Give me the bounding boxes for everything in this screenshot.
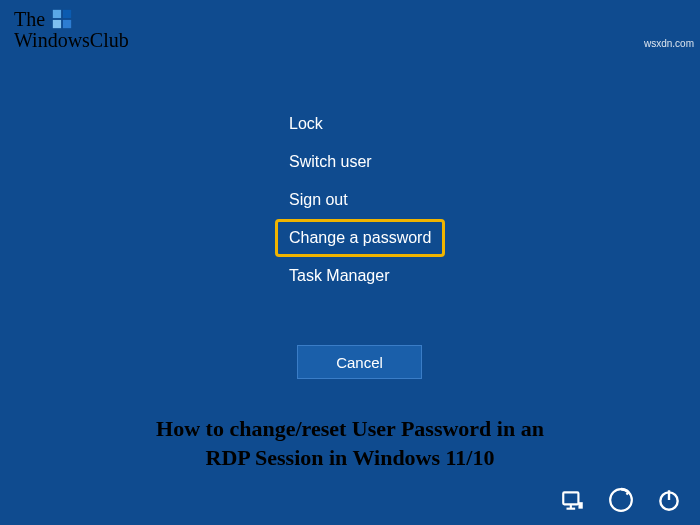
power-icon[interactable] — [656, 487, 682, 513]
logo-text-the: The — [14, 9, 45, 29]
logo-text-windowsclub: WindowsClub — [14, 30, 129, 50]
caption-line-1: How to change/reset User Password in an — [0, 415, 700, 444]
cancel-button[interactable]: Cancel — [297, 345, 422, 379]
menu-item-change-password[interactable]: Change a password — [275, 219, 445, 257]
article-caption: How to change/reset User Password in an … — [0, 415, 700, 472]
menu-item-switch-user[interactable]: Switch user — [275, 143, 445, 181]
svg-rect-0 — [53, 10, 61, 18]
svg-rect-1 — [63, 10, 71, 18]
caption-line-2: RDP Session in Windows 11/10 — [0, 444, 700, 473]
menu-item-lock[interactable]: Lock — [275, 105, 445, 143]
ease-of-access-icon[interactable] — [608, 487, 634, 513]
svg-rect-2 — [53, 20, 61, 28]
menu-item-sign-out[interactable]: Sign out — [275, 181, 445, 219]
network-icon[interactable] — [560, 487, 586, 513]
security-options-menu: Lock Switch user Sign out Change a passw… — [275, 105, 445, 295]
windows-logo-icon — [51, 8, 73, 30]
system-tray — [560, 487, 682, 513]
svg-rect-4 — [563, 492, 578, 504]
menu-item-task-manager[interactable]: Task Manager — [275, 257, 445, 295]
svg-rect-3 — [63, 20, 71, 28]
site-logo: The WindowsClub — [14, 8, 129, 50]
watermark-text: wsxdn.com — [644, 38, 694, 49]
